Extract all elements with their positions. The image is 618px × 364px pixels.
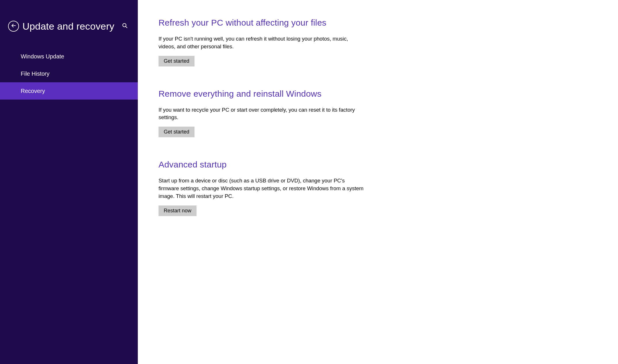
sidebar-item-label: Recovery (21, 88, 45, 94)
get-started-refresh-button[interactable]: Get started (159, 56, 194, 66)
search-icon (122, 23, 128, 30)
section-remove-everything: Remove everything and reinstall Windows … (159, 89, 366, 138)
section-refresh-pc: Refresh your PC without affecting your f… (159, 18, 366, 66)
app-frame: Update and recovery Windows Update File … (0, 0, 618, 364)
sidebar: Update and recovery Windows Update File … (0, 0, 138, 364)
svg-line-2 (126, 26, 127, 28)
sidebar-item-recovery[interactable]: Recovery (0, 82, 138, 100)
restart-now-button[interactable]: Restart now (159, 205, 197, 216)
sidebar-nav: Windows Update File History Recovery (0, 48, 138, 100)
main-content: Refresh your PC without affecting your f… (138, 0, 618, 364)
section-body: Start up from a device or disc (such as … (159, 177, 366, 200)
section-heading: Advanced startup (159, 160, 366, 169)
section-body: If your PC isn't running well, you can r… (159, 35, 366, 51)
section-advanced-startup: Advanced startup Start up from a device … (159, 160, 366, 216)
section-heading: Remove everything and reinstall Windows (159, 89, 366, 99)
sidebar-item-windows-update[interactable]: Windows Update (0, 48, 138, 65)
page-title: Update and recovery (22, 21, 114, 32)
get-started-reset-button[interactable]: Get started (159, 127, 194, 137)
back-arrow-icon (11, 23, 16, 29)
sidebar-header: Update and recovery (0, 0, 138, 35)
search-button[interactable] (120, 21, 130, 31)
sidebar-item-label: Windows Update (21, 53, 64, 60)
sidebar-item-label: File History (21, 70, 49, 77)
section-heading: Refresh your PC without affecting your f… (159, 18, 366, 28)
back-button[interactable] (8, 21, 19, 32)
sidebar-item-file-history[interactable]: File History (0, 65, 138, 82)
section-body: If you want to recycle your PC or start … (159, 106, 366, 122)
